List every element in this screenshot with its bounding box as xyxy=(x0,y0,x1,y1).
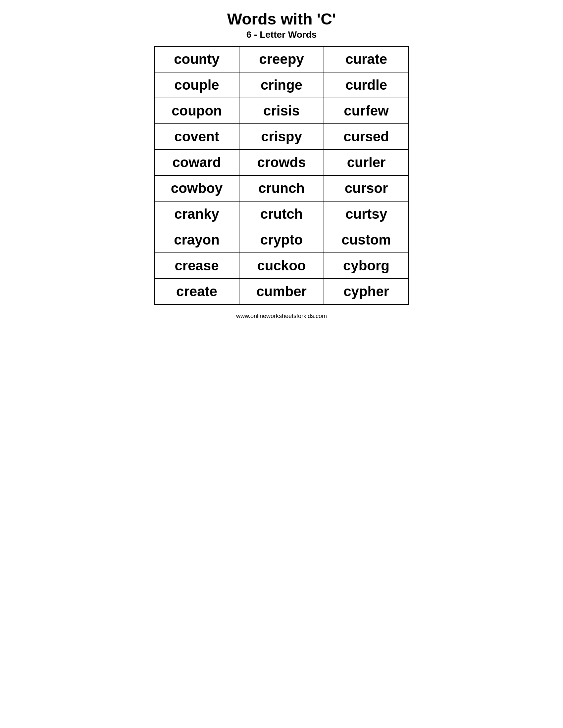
word-cell: crutch xyxy=(239,201,324,227)
page-title: Words with 'C' xyxy=(227,10,336,28)
word-cell: crisis xyxy=(239,98,324,124)
table-row: couponcrisiscurfew xyxy=(154,98,409,124)
word-cell: crowds xyxy=(239,150,324,175)
word-cell: cringe xyxy=(239,72,324,98)
word-cell: cyborg xyxy=(324,253,409,279)
table-wrapper: countycreepycuratecouplecringecurdlecoup… xyxy=(154,46,409,305)
table-row: crankycrutchcurtsy xyxy=(154,201,409,227)
word-cell: coupon xyxy=(154,98,239,124)
word-cell: cypher xyxy=(324,279,409,304)
word-cell: coward xyxy=(154,150,239,175)
word-cell: cursor xyxy=(324,175,409,201)
page-subtitle: 6 - Letter Words xyxy=(246,29,317,40)
footer: www.onlineworksheetsforkids.com xyxy=(236,313,327,320)
word-cell: curdle xyxy=(324,72,409,98)
word-cell: cursed xyxy=(324,124,409,150)
word-cell: curtsy xyxy=(324,201,409,227)
word-cell: crayon xyxy=(154,227,239,253)
word-cell: curfew xyxy=(324,98,409,124)
word-cell: custom xyxy=(324,227,409,253)
word-cell: cumber xyxy=(239,279,324,304)
word-cell: crunch xyxy=(239,175,324,201)
word-cell: create xyxy=(154,279,239,304)
word-cell: county xyxy=(154,46,239,72)
page: Words with 'C' 6 - Letter Words countycr… xyxy=(141,0,422,364)
table-row: cowboycrunchcursor xyxy=(154,175,409,201)
word-cell: cuckoo xyxy=(239,253,324,279)
table-row: cowardcrowdscurler xyxy=(154,150,409,175)
word-cell: curate xyxy=(324,46,409,72)
word-cell: couple xyxy=(154,72,239,98)
table-row: coventcrispycursed xyxy=(154,124,409,150)
table-row: couplecringecurdle xyxy=(154,72,409,98)
word-cell: covent xyxy=(154,124,239,150)
word-cell: crease xyxy=(154,253,239,279)
word-table: countycreepycuratecouplecringecurdlecoup… xyxy=(154,46,409,305)
table-row: createcumbercypher xyxy=(154,279,409,304)
word-cell: curler xyxy=(324,150,409,175)
word-cell: crypto xyxy=(239,227,324,253)
word-cell: cowboy xyxy=(154,175,239,201)
word-cell: creepy xyxy=(239,46,324,72)
table-row: countycreepycurate xyxy=(154,46,409,72)
table-row: creasecuckoocyborg xyxy=(154,253,409,279)
word-cell: crispy xyxy=(239,124,324,150)
word-cell: cranky xyxy=(154,201,239,227)
table-row: crayoncryptocustom xyxy=(154,227,409,253)
